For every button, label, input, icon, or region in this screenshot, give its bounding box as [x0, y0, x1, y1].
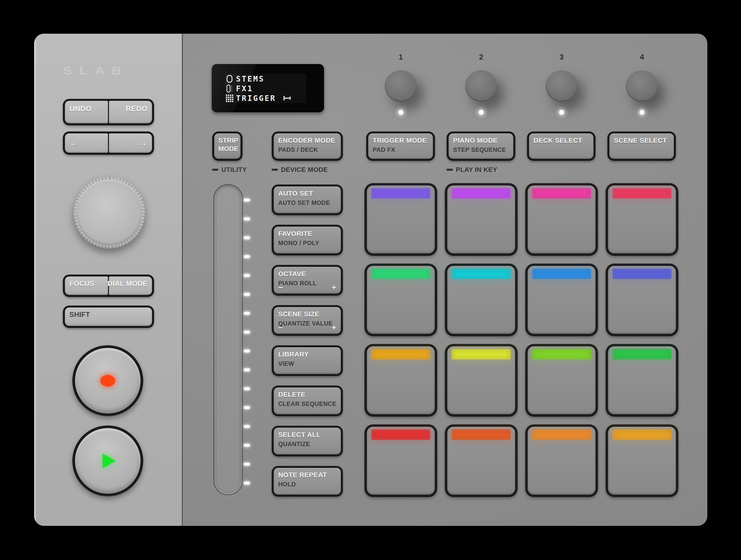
footnote-dash	[447, 169, 453, 171]
encoder-number: 2	[465, 53, 497, 61]
encoder-number: 4	[626, 53, 658, 61]
pad-face	[447, 266, 515, 334]
scene-size-button-face: SCENE SIZEQUANTIZE VALUE−+	[274, 307, 341, 334]
main-dial[interactable]	[73, 177, 145, 249]
scene-size-button[interactable]: SCENE SIZEQUANTIZE VALUE−+	[272, 305, 343, 336]
pad-r4c1[interactable]	[364, 424, 437, 497]
pad-face	[528, 266, 596, 334]
touch-strip[interactable]	[213, 184, 243, 495]
arrow-right-button[interactable]: →	[109, 133, 152, 153]
select-all-label: SELECT ALL	[278, 431, 321, 438]
pad-color-strip	[372, 349, 430, 359]
pad-r4c4[interactable]	[606, 424, 678, 497]
encoder-knob-2[interactable]	[465, 70, 497, 102]
favorite-button[interactable]: FAVORITEMONO / POLY	[272, 225, 343, 255]
select-all-button[interactable]: SELECT ALLQUANTIZE	[272, 426, 343, 456]
pad-face	[608, 347, 676, 414]
pad-face	[608, 266, 676, 334]
pad-r2c3[interactable]	[525, 263, 598, 336]
pad-face	[528, 427, 596, 495]
decrement-label[interactable]: −	[278, 323, 283, 332]
brand-logo: SLAB	[63, 64, 129, 77]
octave-button[interactable]: OCTAVEPIANO ROLL−+	[272, 265, 343, 296]
pad-r1c1[interactable]	[364, 183, 437, 256]
encoder-knob-3[interactable]	[545, 70, 578, 102]
auto-set-button-face: AUTO SETAUTO SET MODE	[274, 186, 341, 213]
pad-r3c4[interactable]	[606, 344, 678, 417]
left-panel: SLAB UNDO REDO ← →	[34, 34, 183, 526]
shift-button[interactable]: SHIFT	[63, 306, 154, 328]
pad-r3c3[interactable]	[525, 344, 598, 417]
encoder-mode-button[interactable]: ENCODER MODEPADS / DECK	[272, 131, 343, 161]
pad-r4c3[interactable]	[525, 424, 598, 497]
focus-label: FOCUS	[69, 279, 94, 288]
pad-face	[367, 186, 435, 253]
auto-set-button[interactable]: AUTO SETAUTO SET MODE	[272, 184, 343, 215]
note-repeat-button-face: NOTE REPEATHOLD	[274, 468, 341, 495]
encoder-mode-label: ENCODER MODE	[278, 137, 335, 144]
scene-size-label: SCENE SIZE	[278, 310, 319, 318]
pad-r1c4[interactable]	[606, 183, 678, 256]
note-repeat-button[interactable]: NOTE REPEATHOLD	[272, 466, 343, 497]
auto-set-sublabel: AUTO SET MODE	[278, 199, 330, 206]
record-button[interactable]	[72, 345, 143, 416]
lcd-display: STEMS FX1	[212, 64, 324, 112]
pad-color-strip	[613, 188, 671, 199]
trigger-mode-sublabel: PAD FX	[373, 146, 395, 153]
play-icon	[103, 453, 116, 469]
arrow-left-button[interactable]: ←	[65, 133, 108, 153]
pad-color-strip	[532, 349, 591, 359]
arrow-right-icon: →	[138, 137, 147, 148]
delete-button[interactable]: DELETECLEAR SEQUENCE	[272, 385, 343, 416]
scene-select-button[interactable]: SCENE SELECT	[607, 131, 676, 161]
pad-face	[528, 186, 596, 253]
piano-mode-label: PIANO MODE	[453, 137, 497, 144]
pad-color-strip	[532, 430, 591, 440]
library-button[interactable]: LIBRARYVIEW	[272, 345, 343, 376]
focus-button[interactable]: FOCUS	[65, 276, 108, 295]
footnote-dash	[272, 169, 278, 171]
select-all-sublabel: QUANTIZE	[278, 441, 310, 448]
dial-mode-label: DIAL MODE	[108, 279, 147, 288]
strip-led	[244, 444, 250, 447]
pad-r2c2[interactable]	[445, 263, 518, 336]
undo-label: UNDO	[69, 105, 91, 113]
pad-r1c2[interactable]	[445, 183, 518, 256]
scene-size-sublabel: QUANTIZE VALUE	[278, 320, 333, 327]
strip-led	[244, 387, 250, 390]
pad-face	[367, 266, 435, 334]
strip-led	[244, 406, 250, 409]
increment-label[interactable]: +	[332, 283, 336, 292]
encoder-knob-1[interactable]	[385, 70, 417, 102]
pad-color-strip	[613, 269, 671, 279]
select-all-button-face: SELECT ALLQUANTIZE	[274, 428, 341, 454]
redo-button[interactable]: REDO	[109, 101, 152, 123]
encoder-knob-4[interactable]	[626, 70, 658, 102]
decrement-label[interactable]: −	[278, 283, 283, 292]
pad-color-strip	[452, 349, 511, 359]
play-button[interactable]	[72, 426, 143, 496]
pad-r3c1[interactable]	[364, 344, 437, 417]
increment-label[interactable]: +	[332, 323, 336, 332]
piano-mode-button-face: PIANO MODESTEP SEQUENCE	[449, 133, 513, 159]
encoder-led	[398, 110, 403, 115]
deck-select-button[interactable]: DECK SELECT	[527, 131, 596, 161]
strip-led	[244, 312, 250, 315]
piano-mode-button[interactable]: PIANO MODESTEP SEQUENCE	[447, 131, 515, 161]
strip-mode-button[interactable]: STRIPMODE	[212, 131, 243, 161]
dial-mode-button[interactable]: DIAL MODE	[109, 276, 152, 295]
pad-r1c3[interactable]	[525, 183, 598, 256]
trigger-mode-label: TRIGGER MODE	[373, 137, 427, 144]
pad-r2c4[interactable]	[606, 263, 678, 336]
scene-select-button-face: SCENE SELECT	[609, 133, 674, 159]
pad-r4c2[interactable]	[445, 424, 518, 497]
pad-color-strip	[613, 430, 671, 440]
pad-face	[447, 347, 515, 414]
trigger-mode-button[interactable]: TRIGGER MODEPAD FX	[366, 131, 435, 161]
pad-r3c2[interactable]	[445, 344, 518, 417]
encoder-mode-button-face: ENCODER MODEPADS / DECK	[274, 133, 341, 159]
pad-r2c1[interactable]	[364, 263, 437, 336]
pad-face	[608, 427, 676, 495]
undo-button[interactable]: UNDO	[65, 101, 108, 123]
pad-color-strip	[452, 269, 511, 279]
